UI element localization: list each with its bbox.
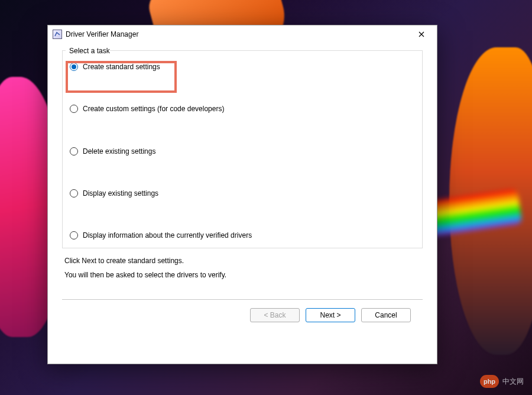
watermark-logo: php <box>480 375 499 388</box>
radio-create-standard[interactable]: Create standard settings <box>70 60 415 73</box>
titlebar[interactable]: Driver Verifier Manager <box>48 25 437 43</box>
dialog-footer: < Back Next > Cancel <box>62 300 423 333</box>
window-title: Driver Verifier Manager <box>66 30 410 38</box>
watermark-text: 中文网 <box>502 377 524 387</box>
close-button[interactable] <box>410 27 433 41</box>
task-group-label: Select a task <box>66 47 110 55</box>
cancel-button[interactable]: Cancel <box>361 308 411 322</box>
dialog-window: Driver Verifier Manager Select a task Cr… <box>47 25 437 364</box>
radio-label: Display information about the currently … <box>83 231 252 239</box>
hint-line-1: Click Next to create standard settings. <box>64 257 420 265</box>
watermark: php 中文网 <box>480 375 524 388</box>
back-button: < Back <box>250 308 300 322</box>
radio-delete-existing[interactable]: Delete existing settings <box>70 145 415 158</box>
radio-icon <box>70 63 78 71</box>
app-icon <box>53 30 62 39</box>
radio-display-existing[interactable]: Display existing settings <box>70 187 415 200</box>
hint-line-2: You will then be asked to select the dri… <box>64 271 420 279</box>
hint-text-area: Click Next to create standard settings. … <box>62 248 423 279</box>
radio-label: Create standard settings <box>83 63 160 71</box>
close-icon <box>419 30 424 39</box>
radio-label: Create custom settings (for code develop… <box>83 105 224 113</box>
radio-create-custom[interactable]: Create custom settings (for code develop… <box>70 102 415 115</box>
dialog-content: Select a task Create standard settings C… <box>48 43 437 364</box>
radio-icon <box>70 147 78 156</box>
radio-display-verified-info[interactable]: Display information about the currently … <box>70 229 415 242</box>
task-group-box: Create standard settings Create custom s… <box>62 50 423 248</box>
radio-label: Delete existing settings <box>83 147 155 156</box>
radio-icon <box>70 231 78 239</box>
radio-label: Display existing settings <box>83 189 158 198</box>
next-button[interactable]: Next > <box>306 308 355 322</box>
radio-icon <box>70 105 78 113</box>
radio-icon <box>70 189 78 198</box>
